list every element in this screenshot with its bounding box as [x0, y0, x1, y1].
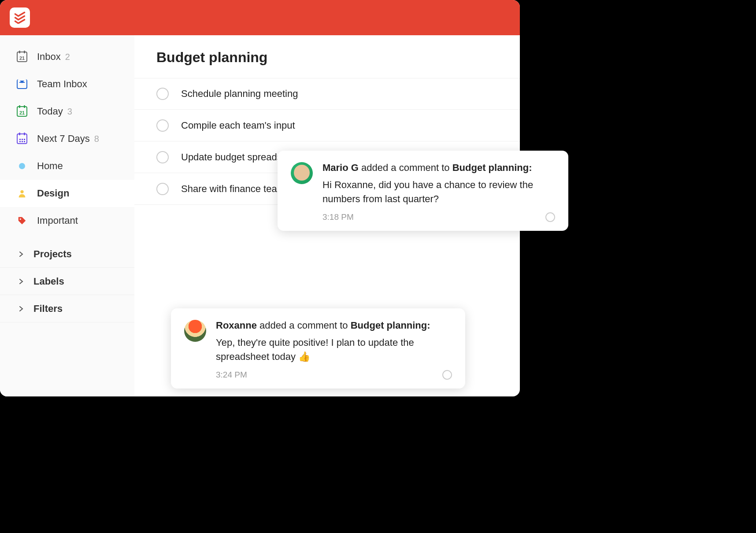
task-row[interactable]: Schedule planning meeting [134, 78, 520, 110]
sidebar-item-count: 3 [67, 107, 72, 117]
sidebar-item-home[interactable]: Home [0, 152, 134, 180]
chevron-right-icon [18, 278, 25, 285]
task-row[interactable]: Compile each team's input [134, 110, 520, 141]
notification-target: Budget planning: [351, 320, 430, 331]
person-icon [16, 187, 28, 200]
sidebar-section-filters[interactable]: Filters [0, 295, 134, 322]
svg-point-1 [20, 218, 21, 220]
top-bar [0, 0, 520, 35]
tag-icon [16, 215, 28, 227]
notification-header: Roxanne added a comment to Budget planni… [216, 320, 436, 331]
sidebar-item-inbox[interactable]: 21 Inbox 2 [0, 43, 134, 70]
task-checkbox[interactable] [156, 88, 169, 100]
task-checkbox[interactable] [156, 151, 169, 163]
next7days-icon [16, 133, 28, 145]
notification-time: 3:24 PM [216, 370, 436, 380]
sidebar-section-projects[interactable]: Projects [0, 241, 134, 268]
svg-point-0 [20, 190, 23, 193]
sidebar-item-label: Today [37, 106, 63, 117]
notification-card[interactable]: Roxanne added a comment to Budget planni… [171, 308, 465, 389]
sidebar-item-label: Design [37, 188, 69, 199]
sidebar-item-team-inbox[interactable]: Team Inbox [0, 70, 134, 98]
notification-mark-read[interactable] [442, 370, 452, 380]
sidebar-item-count: 8 [94, 134, 99, 144]
notification-message: Yep, they're quite positive! I plan to u… [216, 336, 436, 364]
sidebar-item-label: Important [37, 215, 78, 226]
notification-author: Mario G [322, 162, 359, 173]
inbox-icon: 21 [16, 51, 28, 63]
chevron-right-icon [18, 251, 25, 258]
sidebar-section-label: Filters [33, 303, 63, 315]
notification-action: added a comment to [257, 320, 351, 331]
notification-target: Budget planning: [452, 162, 532, 173]
sidebar-item-design[interactable]: Design [0, 180, 134, 207]
sidebar-item-label: Next 7 Days [37, 133, 90, 144]
sidebar-section-label: Projects [33, 248, 72, 260]
sidebar-item-next7days[interactable]: Next 7 Days 8 [0, 125, 134, 152]
task-label: Share with finance tea [181, 183, 277, 195]
page-title: Budget planning [134, 49, 520, 66]
notification-card[interactable]: Mario G added a comment to Budget planni… [278, 151, 568, 231]
sidebar-item-important[interactable]: Important [0, 207, 134, 234]
home-project-icon [16, 160, 28, 172]
sidebar: 21 Inbox 2 Team Inbox 21 Today 3 Next 7 … [0, 35, 134, 396]
todoist-logo-icon [14, 11, 26, 24]
today-icon: 21 [16, 105, 28, 118]
sidebar-item-count: 2 [65, 52, 70, 62]
task-checkbox[interactable] [156, 183, 169, 195]
task-label: Schedule planning meeting [181, 88, 298, 100]
notification-action: added a comment to [359, 162, 452, 173]
sidebar-item-label: Inbox [37, 51, 61, 63]
notification-message: Hi Roxanne, did you have a chance to rev… [322, 178, 539, 206]
sidebar-item-today[interactable]: 21 Today 3 [0, 98, 134, 125]
team-inbox-icon [16, 78, 28, 90]
sidebar-item-label: Home [37, 160, 63, 172]
app-logo[interactable] [10, 7, 30, 28]
avatar [184, 320, 206, 342]
task-checkbox[interactable] [156, 119, 169, 132]
sidebar-section-labels[interactable]: Labels [0, 268, 134, 295]
notification-mark-read[interactable] [545, 212, 555, 222]
chevron-right-icon [18, 305, 25, 312]
notification-author: Roxanne [216, 320, 257, 331]
task-label: Compile each team's input [181, 120, 295, 131]
notification-time: 3:18 PM [322, 212, 539, 222]
notification-header: Mario G added a comment to Budget planni… [322, 162, 539, 174]
sidebar-section-label: Labels [33, 276, 64, 287]
sidebar-item-label: Team Inbox [37, 78, 87, 90]
avatar [291, 162, 313, 184]
